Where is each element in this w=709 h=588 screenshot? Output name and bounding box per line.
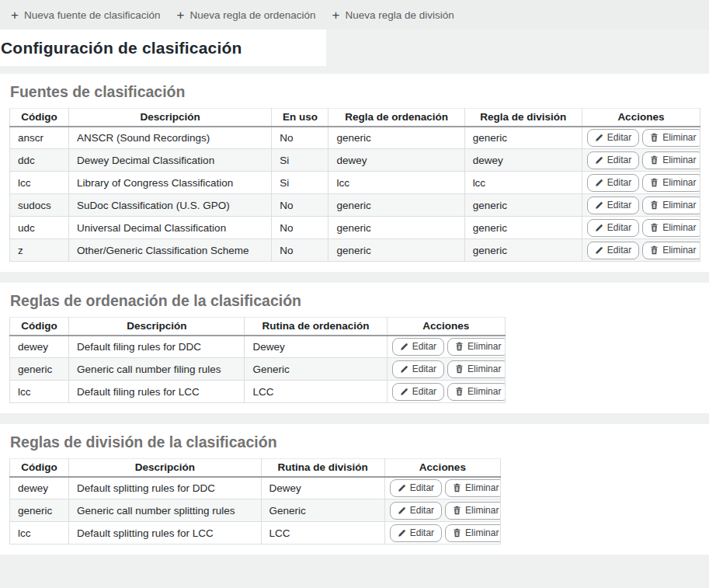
delete-button[interactable]: Eliminar [642,197,700,214]
cell: No [272,217,328,239]
column-header: Rutina de ordenación [245,318,387,336]
splitting-rules-section: Reglas de división de la clasificaciónCó… [0,424,709,555]
classification-configuration-page: + Nueva fuente de clasificación + Nueva … [0,0,709,588]
toolbar: + Nueva fuente de clasificación + Nueva … [0,0,709,30]
cell: generic [328,194,464,217]
cell: Default filing rules for DDC [69,336,245,358]
edit-button-label: Editar [607,177,631,189]
cell: sudocs [10,194,69,217]
cell: Dewey Decimal Classification [69,149,272,172]
trash-icon [650,155,659,165]
cell: lcc [10,522,69,545]
column-header: Código [10,109,69,127]
delete-button-label: Eliminar [467,386,501,398]
edit-button[interactable]: Editar [392,338,444,356]
trash-icon [650,245,659,255]
pencil-icon [398,506,406,515]
cell: udc [10,217,69,239]
cell: generic [328,239,464,262]
delete-button-label: Eliminar [662,245,696,256]
delete-button[interactable]: Eliminar [447,338,505,356]
filing-rules-section: Reglas de ordenación de la clasificación… [0,283,709,413]
column-header: Regla de división [464,109,582,127]
pencil-icon [595,179,603,187]
edit-button[interactable]: Editar [390,524,442,542]
edit-button[interactable]: Editar [587,174,639,192]
cell: Universal Decimal Classification [69,217,272,239]
edit-button[interactable]: Editar [587,129,639,147]
edit-button[interactable]: Editar [390,502,442,520]
pencil-icon [400,388,408,396]
plus-icon: + [177,10,185,20]
delete-button[interactable]: Eliminar [642,151,700,169]
cell: lcc [10,381,69,403]
cell: Library of Congress Classification [69,172,272,194]
column-header: Descripción [69,318,245,336]
edit-button[interactable]: Editar [587,197,639,214]
cell: No [272,127,328,149]
delete-button-label: Eliminar [465,482,499,494]
plus-icon: + [332,10,340,20]
delete-button[interactable]: Eliminar [642,174,700,192]
toolbar-button-label: Nueva regla de división [346,9,454,21]
edit-button[interactable]: Editar [587,219,639,237]
cell: Default filing rules for LCC [69,381,245,403]
delete-button[interactable]: Eliminar [642,219,700,237]
page-title: Configuración de clasificación [0,39,242,57]
column-header: Descripción [69,109,272,127]
table-row: lccLibrary of Congress ClassificationSil… [10,172,700,194]
edit-button[interactable]: Editar [587,151,639,169]
column-header: Acciones [387,318,505,336]
delete-button[interactable]: Eliminar [642,242,700,259]
content-area: Fuentes de clasificaciónCódigoDescripció… [0,74,709,555]
delete-button[interactable]: Eliminar [445,524,500,542]
cell: generic [464,217,582,239]
table-row: genericGeneric call number splitting rul… [10,499,501,522]
edit-button-label: Editar [412,364,436,375]
delete-button[interactable]: Eliminar [445,479,500,497]
table-row: deweyDefault filing rules for DDCDeweyEd… [10,336,506,358]
cell: Si [272,149,328,172]
delete-button[interactable]: Eliminar [447,383,505,401]
cell: generic [10,358,69,381]
edit-button-label: Editar [410,482,434,494]
cell: generic [10,499,69,522]
cell: No [272,239,328,262]
section-heading: Reglas de ordenación de la clasificación [10,292,700,310]
new-splitting-rule-button[interactable]: + Nueva regla de división [332,9,454,21]
table-row: anscrANSCR (Sound Recordings)Nogenericge… [10,127,700,149]
filing-rules-table: CódigoDescripciónRutina de ordenaciónAcc… [9,317,506,403]
cell: Si [272,172,328,194]
delete-button[interactable]: Eliminar [445,502,500,520]
delete-button[interactable]: Eliminar [642,129,700,147]
edit-button[interactable]: Editar [390,479,442,497]
new-filing-rule-button[interactable]: + Nueva regla de ordenación [177,9,316,21]
actions-cell: EditarEliminar [387,358,505,381]
cell: ddc [10,149,69,172]
column-header: En uso [272,109,328,127]
new-classification-source-button[interactable]: + Nueva fuente de clasificación [11,9,161,21]
delete-button[interactable]: Eliminar [447,360,505,378]
cell: generic [328,217,464,239]
cell: Generic [245,358,387,381]
table-row: sudocsSuDoc Classification (U.S. GPO)Nog… [10,194,700,217]
pencil-icon [400,343,408,351]
trash-icon [453,506,461,515]
actions-cell: EditarEliminar [384,499,500,522]
actions-cell: EditarEliminar [387,336,505,358]
cell: SuDoc Classification (U.S. GPO) [69,194,272,217]
cell: Default splitting rules for LCC [69,522,261,545]
toolbar-button-label: Nueva fuente de clasificación [24,9,161,21]
edit-button[interactable]: Editar [392,383,444,401]
title-band: Configuración de clasificación [0,30,709,66]
cell: Generic call number filing rules [69,358,245,381]
cell: Default splitting rules for DDC [69,477,261,499]
cell: Dewey [261,477,384,499]
edit-button[interactable]: Editar [392,360,444,378]
table-row: ddcDewey Decimal ClassificationSideweyde… [10,149,700,172]
edit-button-label: Editar [410,527,434,539]
delete-button-label: Eliminar [662,132,696,144]
cell: dewey [10,336,69,358]
edit-button[interactable]: Editar [587,242,639,259]
actions-cell: EditarEliminar [582,127,700,149]
